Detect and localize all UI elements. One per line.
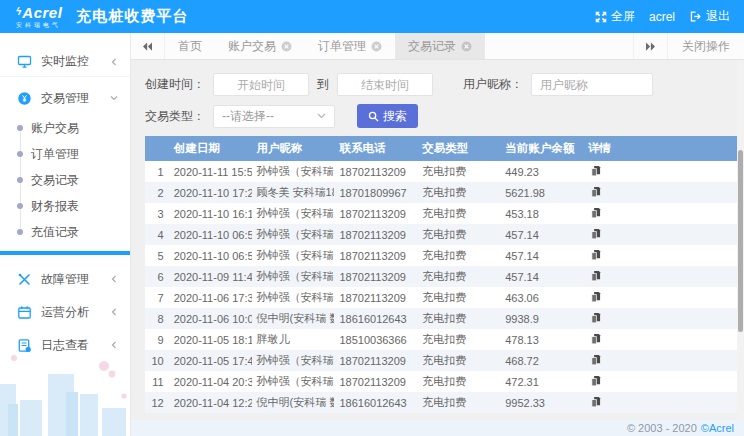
sidebar-item-realtime-monitor[interactable]: 实时监控	[0, 47, 130, 77]
detail-copy-icon[interactable]	[590, 375, 601, 387]
header-nickname: 用户昵称	[252, 141, 335, 156]
cell-create-date: 2020-11-04 20:37:02	[169, 376, 252, 388]
cell-nickname: 孙钟强（安科瑞）	[252, 227, 335, 242]
cell-create-date: 2020-11-05 18:10:13	[169, 334, 252, 346]
cell-trade-type: 充电扣费	[417, 374, 500, 389]
close-operations-label: 关闭操作	[682, 38, 730, 55]
submenu-item-label: 交易记录	[31, 172, 79, 189]
tab-close-icon[interactable]	[371, 41, 382, 52]
logout-button[interactable]: 退出	[689, 8, 730, 25]
tab-label: 账户交易	[228, 38, 276, 55]
cell-balance: 449.23	[500, 166, 583, 178]
cell-nickname: 倪中明(安科瑞 数据部)18	[252, 395, 335, 410]
detail-copy-icon[interactable]	[590, 312, 601, 324]
chevron-down-icon	[110, 94, 118, 102]
cell-row-number: 2	[145, 187, 169, 199]
detail-copy-icon[interactable]	[590, 354, 601, 366]
cell-row-number: 12	[145, 397, 169, 409]
cell-nickname: 孙钟强（安科瑞）	[252, 248, 335, 263]
detail-copy-icon[interactable]	[590, 396, 601, 408]
sidebar-item-trade-records[interactable]: 交易记录	[0, 167, 130, 193]
header-trade-type: 交易类型	[417, 141, 500, 156]
detail-copy-icon[interactable]	[590, 270, 601, 282]
table-row: 12 2020-11-04 12:26:31 倪中明(安科瑞 数据部)18 18…	[145, 392, 737, 413]
sidebar-item-order-management[interactable]: 订单管理	[0, 141, 130, 167]
tab-account-trade[interactable]: 账户交易	[215, 33, 305, 59]
tab-home[interactable]: 首页	[165, 33, 215, 59]
cell-phone: 18702113209	[334, 292, 417, 304]
cell-balance: 468.72	[500, 355, 583, 367]
sidebar-item-trade-management[interactable]: 交易管理	[0, 83, 130, 113]
cell-nickname: 倪中明(安科瑞 数据部)18	[252, 311, 335, 326]
start-time-input[interactable]	[213, 73, 309, 96]
detail-copy-icon[interactable]	[590, 228, 601, 240]
detail-copy-icon[interactable]	[590, 186, 601, 198]
cell-create-date: 2020-11-10 06:52:59	[169, 229, 252, 241]
tab-trade-records[interactable]: 交易记录	[395, 33, 485, 59]
trade-type-label: 交易类型：	[145, 108, 205, 125]
cell-trade-type: 充电扣费	[417, 206, 500, 221]
end-time-input[interactable]	[337, 73, 433, 96]
close-operations-dropdown[interactable]: 关闭操作	[667, 33, 744, 59]
fullscreen-button[interactable]: 全屏	[595, 8, 635, 25]
tab-close-icon[interactable]	[281, 41, 292, 52]
cell-phone: 18702113209	[334, 271, 417, 283]
detail-copy-icon[interactable]	[590, 333, 601, 345]
trade-type-select[interactable]: --请选择--	[213, 105, 335, 128]
chevron-down-icon	[317, 113, 326, 119]
tab-order-management[interactable]: 订单管理	[305, 33, 395, 59]
cell-balance: 457.14	[500, 250, 583, 262]
logout-icon	[689, 10, 702, 23]
trade-records-table: 创建日期 用户昵称 联系电话 交易类型 当前账户余额 详情 1 2020-11-…	[145, 136, 737, 413]
tab-close-icon[interactable]	[461, 41, 472, 52]
sidebar-item-recharge-records[interactable]: 充值记录	[0, 219, 130, 245]
cell-nickname: 孙钟强（安科瑞）	[252, 374, 335, 389]
cell-row-number: 11	[145, 376, 169, 388]
logo-subtext: 安科瑞电气	[16, 22, 62, 28]
double-arrow-right-icon	[645, 42, 656, 51]
cell-trade-type: 充电扣费	[417, 164, 500, 179]
cell-balance: 453.18	[500, 208, 583, 220]
detail-copy-icon[interactable]	[590, 249, 601, 261]
detail-copy-icon[interactable]	[590, 291, 601, 303]
submenu-item-label: 充值记录	[31, 224, 79, 241]
sidebar-item-fault-management[interactable]: 故障管理	[0, 264, 130, 294]
vertical-scrollbar[interactable]	[737, 60, 744, 420]
cell-trade-type: 充电扣费	[417, 311, 500, 326]
submenu-item-label: 财务报表	[31, 198, 79, 215]
cell-phone: 18616012643	[334, 397, 417, 409]
cell-nickname: 孙钟强（安科瑞）	[252, 290, 335, 305]
cell-row-number: 1	[145, 166, 169, 178]
detail-copy-icon[interactable]	[590, 207, 601, 219]
content-area: 创建时间： 到 用户昵称： 交易类型： --请选择--	[131, 60, 744, 420]
cell-phone: 18702113209	[334, 376, 417, 388]
sidebar-item-account-trade[interactable]: 账户交易	[0, 115, 130, 141]
cell-trade-type: 充电扣费	[417, 269, 500, 284]
user-menu[interactable]: acrel	[649, 10, 675, 24]
search-button[interactable]: 搜索	[357, 104, 418, 128]
cell-phone: 18702113209	[334, 208, 417, 220]
acrel-brand-link[interactable]: ©Acrel	[701, 422, 734, 434]
tabs-scroll-right-button[interactable]	[633, 33, 667, 59]
cell-create-date: 2020-11-10 06:51:44	[169, 250, 252, 262]
table-row: 4 2020-11-10 06:52:59 孙钟强（安科瑞） 187021132…	[145, 224, 737, 245]
sidebar-item-finance-report[interactable]: 财务报表	[0, 193, 130, 219]
tab-label: 交易记录	[408, 38, 456, 55]
chevron-left-icon	[110, 275, 118, 283]
tools-icon	[17, 272, 32, 287]
cell-row-number: 8	[145, 313, 169, 325]
scrollbar-thumb[interactable]	[738, 150, 743, 332]
nickname-input[interactable]	[531, 73, 653, 96]
search-icon	[368, 111, 379, 122]
cell-row-number: 10	[145, 355, 169, 367]
tab-label: 订单管理	[318, 38, 366, 55]
submenu-item-label: 订单管理	[31, 146, 79, 163]
page-title: 充电桩收费平台	[76, 7, 188, 26]
detail-copy-icon[interactable]	[590, 165, 601, 177]
search-button-label: 搜索	[383, 108, 407, 125]
sidebar-item-operation-analysis[interactable]: 运营分析	[0, 297, 130, 327]
cell-trade-type: 充电扣费	[417, 332, 500, 347]
tabs-scroll-left-button[interactable]	[131, 33, 165, 59]
cell-create-date: 2020-11-11 15:57:23	[169, 166, 252, 178]
sidebar-item-label: 故障管理	[41, 271, 89, 288]
